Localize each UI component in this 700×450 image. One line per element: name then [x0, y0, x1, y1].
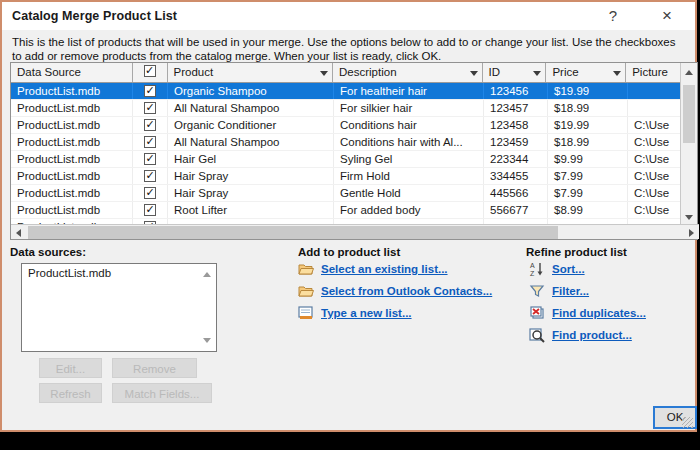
table-row[interactable]: ProductList.mdb ✓ Organic Conditioner Co…	[11, 117, 697, 134]
cell-checkbox: ✓	[133, 83, 168, 99]
close-icon[interactable]: ×	[647, 2, 687, 30]
cell-description: Conditions hair with Al...	[334, 134, 484, 150]
horizontal-scrollbar[interactable]	[11, 224, 699, 239]
scroll-left-icon[interactable]	[16, 229, 21, 237]
listbox-scroll-up-icon[interactable]	[203, 272, 211, 277]
scroll-down-icon[interactable]	[685, 215, 693, 220]
resize-grip[interactable]	[682, 417, 693, 428]
cell-data-source: ProductList.mdb	[11, 117, 133, 133]
table-body: ProductList.mdb ✓ Organic Shampoo For he…	[11, 83, 697, 225]
find-duplicates-icon[interactable]	[529, 305, 545, 321]
column-header-id[interactable]: ID	[483, 63, 547, 82]
table-row[interactable]: ProductList.mdb ✓ Hair Gel Syling Gel 22…	[11, 151, 697, 168]
row-checkbox[interactable]: ✓	[144, 187, 156, 199]
cell-picture	[628, 83, 682, 99]
vertical-scroll-thumb[interactable]	[683, 85, 695, 143]
help-icon[interactable]: ?	[593, 2, 633, 30]
column-header-description[interactable]: Description	[333, 63, 483, 82]
type-new-list-link[interactable]: Type a new list...	[298, 304, 412, 322]
cell-picture: C:\Use	[628, 202, 682, 218]
cell-id: 223344	[484, 151, 548, 167]
edit-button[interactable]: Edit...	[39, 358, 102, 378]
cell-checkbox: ✓	[133, 202, 168, 218]
folder-open-icon[interactable]	[298, 283, 314, 299]
chevron-down-icon[interactable]	[533, 71, 541, 76]
refresh-button[interactable]: Refresh	[39, 383, 102, 403]
find-product-icon[interactable]	[529, 327, 545, 343]
cell-data-source: ProductList.mdb	[11, 168, 133, 184]
cell-data-source: ProductList.mdb	[11, 83, 133, 99]
remove-button[interactable]: Remove	[112, 358, 197, 378]
cell-checkbox: ✓	[133, 151, 168, 167]
table-header-row: Data Source ✓ Product Description ID Pri…	[11, 63, 697, 83]
cell-price: $19.99	[548, 83, 628, 99]
cell-checkbox: ✓	[133, 117, 168, 133]
cell-description: For silkier hair	[334, 100, 484, 116]
cell-price: $18.99	[548, 100, 628, 116]
svg-text:A: A	[530, 262, 535, 269]
find-duplicates-link[interactable]: Find duplicates...	[529, 304, 646, 322]
select-outlook-contacts-link[interactable]: Select from Outlook Contacts...	[298, 282, 492, 300]
column-header-checkbox[interactable]: ✓	[133, 63, 168, 82]
sort-az-icon[interactable]: AZ	[529, 261, 545, 277]
table-row[interactable]: ProductList.mdb ✓ Hair Spray Firm Hold 3…	[11, 168, 697, 185]
chevron-down-icon[interactable]	[320, 71, 328, 76]
chevron-down-icon[interactable]	[613, 71, 621, 76]
data-sources-listbox[interactable]: ProductList.mdb	[21, 263, 217, 352]
cell-product: Hair Spray	[168, 185, 334, 201]
filter-icon[interactable]	[529, 283, 545, 299]
table-row[interactable]: ProductList.mdb ✓ Organic Shampoo For he…	[11, 83, 697, 100]
row-checkbox[interactable]: ✓	[144, 170, 156, 182]
scroll-right-icon[interactable]	[689, 229, 694, 237]
folder-open-icon[interactable]	[298, 261, 314, 277]
scroll-up-icon[interactable]	[685, 70, 693, 75]
dialog-title: Catalog Merge Product List	[12, 9, 177, 23]
cell-id: 334455	[484, 168, 548, 184]
cell-id: 123459	[484, 134, 548, 150]
cell-description: Firm Hold	[334, 168, 484, 184]
table-row[interactable]: ProductList.mdb ✓ All Natural Shampoo Fo…	[11, 100, 697, 117]
row-checkbox[interactable]: ✓	[144, 119, 156, 131]
table-row[interactable]: ProductList.mdb ✓ Hair Spray Gentle Hold…	[11, 185, 697, 202]
horizontal-scroll-thumb[interactable]	[28, 226, 558, 239]
find-product-link[interactable]: Find product...	[529, 326, 632, 344]
match-fields-button[interactable]: Match Fields...	[112, 383, 212, 403]
row-checkbox[interactable]: ✓	[144, 153, 156, 165]
column-header-price[interactable]: Price	[546, 63, 626, 82]
cell-picture: C:\Use	[628, 168, 682, 184]
row-checkbox[interactable]: ✓	[144, 102, 156, 114]
listbox-scroll-down-icon[interactable]	[203, 338, 211, 343]
refine-section-title: Refine product list	[526, 246, 627, 258]
cell-checkbox: ✓	[133, 168, 168, 184]
cell-data-source: ProductList.mdb	[11, 134, 133, 150]
cell-description: Syling Gel	[334, 151, 484, 167]
select-all-checkbox[interactable]: ✓	[144, 65, 156, 77]
cell-price: $8.99	[548, 202, 628, 218]
vertical-scrollbar[interactable]	[680, 63, 697, 225]
chevron-down-icon[interactable]	[470, 71, 478, 76]
cell-product: Organic Shampoo	[168, 83, 334, 99]
cell-id: 556677	[484, 202, 548, 218]
row-checkbox[interactable]: ✓	[144, 85, 156, 97]
table-row[interactable]: ProductList.mdb ✓ Root Lifter For added …	[11, 202, 697, 219]
filter-link[interactable]: Filter...	[529, 282, 589, 300]
row-checkbox[interactable]: ✓	[144, 204, 156, 216]
cell-checkbox: ✓	[133, 100, 168, 116]
select-existing-list-link[interactable]: Select an existing list...	[298, 260, 448, 278]
new-list-icon[interactable]	[298, 305, 314, 321]
column-header-product[interactable]: Product	[168, 63, 334, 82]
cell-product: Organic Conditioner	[168, 117, 334, 133]
cell-description: Gentle Hold	[334, 185, 484, 201]
table-row[interactable]: ProductList.mdb ✓ All Natural Shampoo Co…	[11, 134, 697, 151]
cell-id: 445566	[484, 185, 548, 201]
list-item[interactable]: ProductList.mdb	[22, 264, 216, 282]
sort-link[interactable]: AZ Sort...	[529, 260, 585, 278]
cell-data-source: ProductList.mdb	[11, 202, 133, 218]
row-checkbox[interactable]: ✓	[144, 136, 156, 148]
column-header-data-source[interactable]: Data Source	[11, 63, 133, 82]
column-header-picture[interactable]: Picture	[626, 63, 680, 82]
cell-price: $18.99	[548, 134, 628, 150]
cell-price: $7.99	[548, 168, 628, 184]
cell-picture: C:\Use	[628, 134, 682, 150]
cell-id: 123457	[484, 100, 548, 116]
